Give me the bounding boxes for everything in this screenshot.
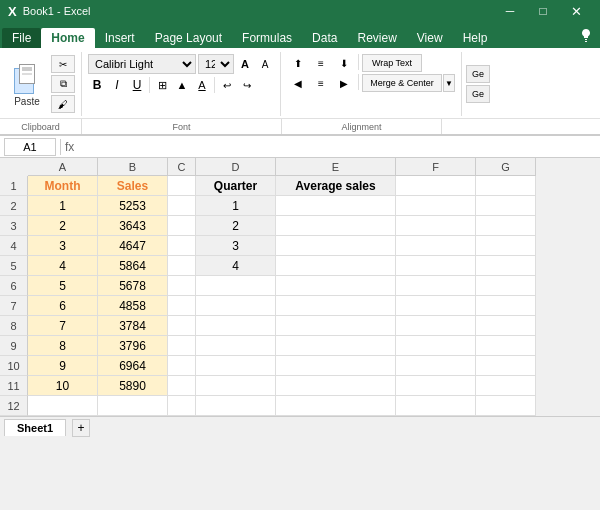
cell-g2[interactable] — [476, 196, 536, 216]
tab-review[interactable]: Review — [347, 28, 406, 48]
cell-f5[interactable] — [396, 256, 476, 276]
col-header-d[interactable]: D — [196, 158, 276, 176]
align-middle-button[interactable]: ≡ — [310, 54, 332, 72]
cell-d10[interactable] — [196, 356, 276, 376]
cell-g1[interactable] — [476, 176, 536, 196]
align-right-button[interactable]: ▶ — [333, 74, 355, 92]
cell-a9[interactable]: 8 — [28, 336, 98, 356]
row-header-7[interactable]: 7 — [0, 296, 28, 316]
cell-c2[interactable] — [168, 196, 196, 216]
cell-c6[interactable] — [168, 276, 196, 296]
cell-d11[interactable] — [196, 376, 276, 396]
ge-button-bottom[interactable]: Ge — [466, 85, 490, 103]
tab-formulas[interactable]: Formulas — [232, 28, 302, 48]
cell-d7[interactable] — [196, 296, 276, 316]
tab-help[interactable]: Help — [453, 28, 498, 48]
tab-page-layout[interactable]: Page Layout — [145, 28, 232, 48]
paste-button[interactable]: Paste — [6, 59, 48, 110]
cell-d1[interactable]: Quarter — [196, 176, 276, 196]
align-left-button[interactable]: ◀ — [287, 74, 309, 92]
cell-f10[interactable] — [396, 356, 476, 376]
cell-b1[interactable]: Sales — [98, 176, 168, 196]
cell-a5[interactable]: 4 — [28, 256, 98, 276]
tab-insert[interactable]: Insert — [95, 28, 145, 48]
cell-a11[interactable]: 10 — [28, 376, 98, 396]
wrap-text-button[interactable]: Wrap Text — [362, 54, 422, 72]
row-header-6[interactable]: 6 — [0, 276, 28, 296]
col-header-b[interactable]: B — [98, 158, 168, 176]
cell-e6[interactable] — [276, 276, 396, 296]
font-name-select[interactable]: Calibri Light — [88, 54, 196, 74]
cell-b8[interactable]: 3784 — [98, 316, 168, 336]
col-header-c[interactable]: C — [168, 158, 196, 176]
cell-d3[interactable]: 2 — [196, 216, 276, 236]
cell-f11[interactable] — [396, 376, 476, 396]
col-header-g[interactable]: G — [476, 158, 536, 176]
cell-f12[interactable] — [396, 396, 476, 416]
row-header-4[interactable]: 4 — [0, 236, 28, 256]
cell-a7[interactable]: 6 — [28, 296, 98, 316]
merge-center-button[interactable]: Merge & Center — [362, 74, 442, 92]
cell-e11[interactable] — [276, 376, 396, 396]
cell-c4[interactable] — [168, 236, 196, 256]
col-header-f[interactable]: F — [396, 158, 476, 176]
cell-e1[interactable]: Average sales — [276, 176, 396, 196]
row-header-1[interactable]: 1 — [0, 176, 28, 196]
row-header-3[interactable]: 3 — [0, 216, 28, 236]
cut-button[interactable]: ✂ — [51, 55, 75, 73]
formula-input[interactable] — [78, 138, 596, 156]
cell-a2[interactable]: 1 — [28, 196, 98, 216]
cell-a8[interactable]: 7 — [28, 316, 98, 336]
cell-b3[interactable]: 3643 — [98, 216, 168, 236]
close-button[interactable]: ✕ — [560, 2, 592, 20]
copy-button[interactable]: ⧉ — [51, 75, 75, 93]
row-header-9[interactable]: 9 — [0, 336, 28, 356]
bold-button[interactable]: B — [88, 76, 106, 94]
row-header-8[interactable]: 8 — [0, 316, 28, 336]
cell-c10[interactable] — [168, 356, 196, 376]
cell-b7[interactable]: 4858 — [98, 296, 168, 316]
tab-home[interactable]: Home — [41, 28, 94, 48]
cell-g12[interactable] — [476, 396, 536, 416]
italic-button[interactable]: I — [108, 76, 126, 94]
undo-button[interactable]: ↩ — [218, 76, 236, 94]
align-top-button[interactable]: ⬆ — [287, 54, 309, 72]
tab-view[interactable]: View — [407, 28, 453, 48]
cell-e10[interactable] — [276, 356, 396, 376]
cell-c9[interactable] — [168, 336, 196, 356]
cell-c12[interactable] — [168, 396, 196, 416]
ge-button-top[interactable]: Ge — [466, 65, 490, 83]
underline-button[interactable]: U — [128, 76, 146, 94]
cell-e4[interactable] — [276, 236, 396, 256]
cell-c7[interactable] — [168, 296, 196, 316]
cell-c1[interactable] — [168, 176, 196, 196]
cell-d8[interactable] — [196, 316, 276, 336]
cell-f1[interactable] — [396, 176, 476, 196]
cell-g7[interactable] — [476, 296, 536, 316]
name-box[interactable]: A1 — [4, 138, 56, 156]
cell-g8[interactable] — [476, 316, 536, 336]
cell-c11[interactable] — [168, 376, 196, 396]
col-header-e[interactable]: E — [276, 158, 396, 176]
row-header-10[interactable]: 10 — [0, 356, 28, 376]
cell-c5[interactable] — [168, 256, 196, 276]
tab-file[interactable]: File — [2, 28, 41, 48]
cell-e7[interactable] — [276, 296, 396, 316]
cell-e3[interactable] — [276, 216, 396, 236]
font-color-button[interactable]: A — [193, 76, 211, 94]
row-header-5[interactable]: 5 — [0, 256, 28, 276]
cell-d4[interactable]: 3 — [196, 236, 276, 256]
cell-c3[interactable] — [168, 216, 196, 236]
row-header-11[interactable]: 11 — [0, 376, 28, 396]
cell-g10[interactable] — [476, 356, 536, 376]
cell-a12[interactable] — [28, 396, 98, 416]
align-center-button[interactable]: ≡ — [310, 74, 332, 92]
cell-b6[interactable]: 5678 — [98, 276, 168, 296]
cell-f7[interactable] — [396, 296, 476, 316]
add-sheet-button[interactable]: + — [72, 419, 90, 437]
cell-g5[interactable] — [476, 256, 536, 276]
border-button[interactable]: ⊞ — [153, 76, 171, 94]
cell-g9[interactable] — [476, 336, 536, 356]
cell-b9[interactable]: 3796 — [98, 336, 168, 356]
cell-d9[interactable] — [196, 336, 276, 356]
